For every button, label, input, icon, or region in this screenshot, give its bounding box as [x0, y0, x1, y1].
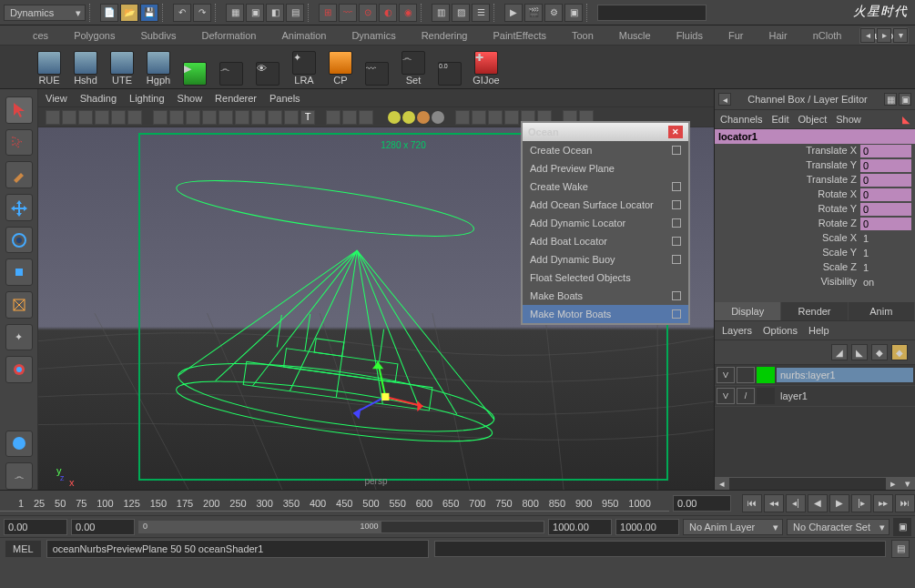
popup-item[interactable]: Add Dynamic Buoy: [523, 250, 688, 269]
goto-end-icon[interactable]: ⏭: [895, 494, 915, 512]
vp-misc2-icon[interactable]: [472, 110, 486, 125]
shelf-btn-gijoe[interactable]: ✚GIJoe: [470, 49, 503, 86]
attr-value[interactable]: 1: [860, 261, 911, 274]
popup-item[interactable]: Make Motor Boats: [523, 305, 688, 323]
select-hier-icon[interactable]: ▣: [246, 4, 264, 22]
shelf-tab[interactable]: Polygons: [66, 27, 122, 44]
layer-name[interactable]: layer1: [777, 389, 913, 403]
vp-hq-icon[interactable]: [251, 110, 266, 125]
select-comp-icon[interactable]: ▤: [286, 4, 304, 22]
layer-vis-toggle[interactable]: V: [717, 367, 735, 383]
panel-close-icon[interactable]: ▣: [899, 93, 911, 106]
shelf-tab[interactable]: PaintEffects: [485, 27, 554, 44]
shelf-tab[interactable]: Muscle: [612, 27, 658, 44]
vp-misc1-icon[interactable]: [455, 110, 470, 125]
script-lang[interactable]: MEL: [5, 541, 41, 557]
vp-safe-icon[interactable]: [359, 110, 373, 125]
popup-item[interactable]: Add Boat Locator: [523, 232, 688, 250]
attr-value[interactable]: 0: [860, 145, 911, 157]
attr-value[interactable]: on: [860, 276, 911, 289]
shelf-tab[interactable]: Hair: [761, 27, 794, 44]
option-box-icon[interactable]: [672, 200, 681, 209]
layer-scroll[interactable]: ◂▸▾: [715, 477, 915, 490]
shelf-prev-icon[interactable]: ◂: [860, 28, 875, 43]
select-tool[interactable]: [5, 96, 33, 124]
view-four-icon[interactable]: ෴: [5, 462, 33, 490]
shelf-btn-ute[interactable]: UTE: [106, 49, 138, 86]
popup-item[interactable]: Add Preview Plane: [523, 159, 688, 177]
vp-t-icon[interactable]: T: [300, 110, 315, 125]
attr-value[interactable]: 1: [860, 247, 911, 259]
scale-tool[interactable]: [5, 259, 33, 286]
manip-tool[interactable]: [5, 291, 33, 319]
ch-menu-edit[interactable]: Edit: [771, 114, 788, 125]
goto-start-icon[interactable]: ⏮: [742, 494, 762, 512]
shelf-menu-icon[interactable]: ▾: [893, 28, 908, 43]
vp-tex-icon[interactable]: [202, 110, 217, 125]
shelf-next-icon[interactable]: ▸: [877, 28, 891, 43]
tab-render[interactable]: Render: [781, 302, 848, 320]
vp-light2-icon[interactable]: [402, 111, 415, 124]
shelf-btn-path[interactable]: 〰: [361, 49, 393, 86]
undo-icon[interactable]: ↶: [173, 4, 191, 22]
ch-menu-object[interactable]: Object: [798, 114, 827, 125]
layer-color[interactable]: [757, 388, 775, 404]
layer-menu-help[interactable]: Help: [808, 325, 829, 336]
option-box-icon[interactable]: [672, 255, 681, 264]
shelf-tab[interactable]: Rendering: [414, 27, 475, 44]
current-time-field[interactable]: 0.00: [673, 495, 731, 512]
vp-film-icon[interactable]: [127, 110, 142, 125]
popup-item[interactable]: Add Ocean Surface Locator: [523, 196, 688, 214]
attr-value[interactable]: 0: [860, 159, 911, 172]
range-slider[interactable]: 01000: [138, 521, 544, 533]
shelf-tab[interactable]: Fluids: [669, 27, 710, 44]
ch-menu-show[interactable]: Show: [836, 114, 861, 125]
vp-menu-view[interactable]: View: [46, 93, 67, 104]
snap-curve-icon[interactable]: 〰: [339, 4, 357, 22]
render-settings-icon[interactable]: ⚙: [544, 4, 563, 22]
layer-up-icon[interactable]: ◢: [831, 344, 848, 360]
vp-light4-icon[interactable]: [432, 111, 444, 124]
vp-smooth-icon[interactable]: [186, 110, 200, 125]
layer-new-icon[interactable]: ◆: [871, 344, 888, 360]
vp-shade-icon[interactable]: [153, 110, 168, 125]
shelf-btn-hgph[interactable]: Hgph: [142, 49, 175, 86]
option-box-icon[interactable]: [672, 146, 681, 155]
autokey-icon[interactable]: ▣: [893, 518, 911, 536]
snap-grid-icon[interactable]: ⊞: [319, 4, 337, 22]
shelf-tab[interactable]: ces: [25, 27, 56, 44]
vp-menu-panels[interactable]: Panels: [269, 93, 300, 104]
layer-menu-options[interactable]: Options: [763, 325, 798, 336]
option-box-icon[interactable]: [672, 291, 681, 300]
shelf-tab[interactable]: Dynamics: [344, 27, 402, 44]
play-back-icon[interactable]: ◀: [808, 494, 828, 512]
character-set-dropdown[interactable]: No Character Set: [787, 519, 890, 535]
vp-gate-icon[interactable]: [326, 110, 341, 125]
option-box-icon[interactable]: [672, 309, 681, 319]
vp-wire-icon[interactable]: [169, 110, 184, 125]
shelf-btn-eye[interactable]: 👁: [251, 49, 284, 86]
range-end-outer[interactable]: 1000.00: [615, 519, 679, 535]
layer-vis-toggle[interactable]: V: [717, 388, 735, 404]
popup-item[interactable]: Float Selected Objects: [523, 269, 688, 287]
panel-opt-icon[interactable]: ▦: [884, 93, 897, 106]
layer-name[interactable]: nurbs:layer1: [777, 368, 913, 382]
select-icon[interactable]: ▦: [226, 4, 244, 22]
attr-value[interactable]: 1: [860, 232, 911, 245]
step-fwd-icon[interactable]: ▸▸: [873, 494, 893, 512]
list-icon[interactable]: ☰: [472, 4, 490, 22]
workspace-dropdown[interactable]: Dynamics: [4, 5, 86, 21]
vp-shadow-icon[interactable]: [235, 110, 249, 125]
manip-toggle-icon[interactable]: ◣: [902, 114, 910, 126]
search-input[interactable]: [597, 5, 707, 21]
move-tool[interactable]: [5, 194, 33, 221]
layer-down-icon[interactable]: ◣: [851, 344, 868, 360]
vp-xray-icon[interactable]: [268, 110, 282, 125]
layer-menu-layers[interactable]: Layers: [722, 325, 752, 336]
redo-icon[interactable]: ↷: [193, 4, 211, 22]
shelf-tab[interactable]: Subdivs: [133, 27, 183, 44]
layer-color[interactable]: [757, 367, 775, 383]
new-scene-icon[interactable]: 📄: [100, 4, 118, 22]
vp-menu-shading[interactable]: Shading: [80, 93, 117, 104]
command-input[interactable]: oceanNurbsPreviewPlane 50 50 oceanShader…: [46, 540, 429, 558]
